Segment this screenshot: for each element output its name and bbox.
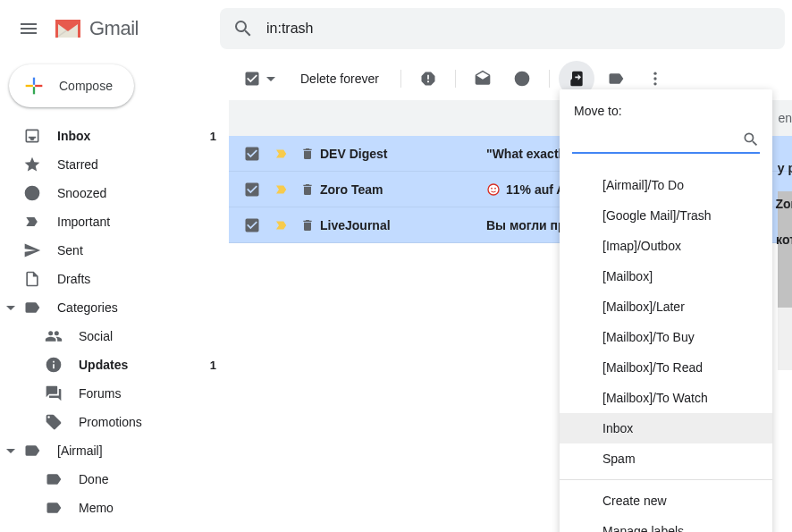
people-icon — [45, 327, 63, 345]
manage-labels-option[interactable]: Manage labels — [560, 516, 772, 532]
info-icon — [45, 356, 63, 374]
label-icon — [45, 470, 63, 488]
chevron-down-icon — [4, 300, 18, 315]
label-icon — [23, 299, 41, 317]
importance-marker[interactable] — [274, 146, 291, 162]
hamburger-icon — [18, 18, 39, 39]
sidebar-item-label: Starred — [57, 157, 216, 172]
move-option[interactable]: [Mailbox] — [560, 261, 772, 291]
star-icon — [23, 156, 41, 173]
row-checkbox[interactable] — [243, 216, 261, 234]
compose-label: Compose — [59, 79, 113, 93]
report-spam-button[interactable] — [410, 61, 446, 97]
row-checkbox[interactable] — [243, 145, 261, 163]
sidebar-item-label: Done — [79, 472, 216, 486]
forum-icon — [45, 384, 63, 402]
send-icon — [23, 241, 41, 259]
search-input[interactable] — [266, 21, 772, 37]
sidebar-item-label: Sent — [57, 243, 216, 258]
sidebar-item-drafts[interactable]: Drafts — [0, 265, 229, 293]
badge-icon — [486, 182, 501, 197]
move-option[interactable]: [Mailbox]/Later — [560, 291, 772, 322]
tag-icon — [45, 413, 63, 431]
trash-indicator — [300, 182, 315, 197]
sidebar-item-social[interactable]: Social — [0, 322, 229, 350]
important-icon — [274, 146, 290, 162]
sidebar-item-forums[interactable]: Forums — [0, 379, 229, 408]
search-bar[interactable] — [220, 8, 785, 49]
sidebar-item-starred[interactable]: Starred — [0, 150, 229, 179]
separator — [549, 70, 550, 88]
popover-search-input[interactable] — [572, 132, 742, 147]
popover-search[interactable] — [572, 127, 760, 154]
main-menu-button[interactable] — [7, 7, 50, 50]
row-sender: DEV Digest — [320, 147, 486, 161]
delete-forever-button[interactable]: Delete forever — [288, 72, 392, 86]
row-sender: Zoro Team — [320, 182, 486, 197]
header: Gmail — [0, 0, 792, 57]
drafts-icon — [474, 70, 492, 88]
move-option[interactable]: [Mailbox]/To Buy — [560, 322, 772, 352]
row-sender: LiveJournal — [320, 218, 486, 232]
main: Compose Inbox1StarredSnoozedImportantSen… — [0, 57, 792, 532]
svg-point-5 — [494, 187, 496, 189]
sidebar-item-label: [Airmail] — [57, 443, 216, 458]
select-dropdown[interactable] — [265, 77, 277, 81]
sidebar-item-important[interactable]: Important — [0, 207, 229, 236]
trash-icon — [300, 147, 315, 161]
logo[interactable]: Gmail — [50, 17, 211, 40]
content: Delete forever DEV Digest"What exactlZor… — [229, 57, 792, 532]
sidebar-item-snoozed[interactable]: Snoozed — [0, 179, 229, 207]
sidebar-item-count: 1 — [210, 359, 216, 372]
important-icon — [23, 213, 41, 231]
sidebar-item-categories[interactable]: Categories — [0, 293, 229, 322]
sidebar-item-inbox[interactable]: Inbox1 — [0, 122, 229, 150]
sidebar-item-count: 1 — [210, 130, 216, 143]
svg-point-4 — [491, 187, 493, 189]
select-all-checkbox[interactable] — [243, 70, 261, 88]
move-option[interactable]: [Mailbox]/To Read — [560, 352, 772, 383]
caret-down-icon — [266, 77, 275, 81]
move-option[interactable]: [Imap]/Outbox — [560, 231, 772, 261]
move-option[interactable]: [Mailbox]/To Watch — [560, 383, 772, 413]
checkbox-checked-icon — [243, 70, 261, 88]
move-option[interactable]: Spam — [560, 443, 772, 474]
svg-point-2 — [653, 82, 656, 85]
snooze-button[interactable] — [504, 61, 540, 97]
separator — [455, 70, 456, 88]
svg-point-3 — [488, 184, 499, 195]
row-checkbox[interactable] — [243, 181, 261, 198]
sidebar-item-label: Updates — [79, 358, 210, 372]
move-to-popover: Move to: [Airmail]/To Do[Google Mail]/Tr… — [560, 89, 772, 532]
sidebar-item-updates[interactable]: Updates1 — [0, 350, 229, 379]
importance-marker[interactable] — [274, 217, 291, 233]
trash-indicator — [300, 218, 315, 232]
sidebar-item-done[interactable]: Done — [0, 465, 229, 494]
compose-button[interactable]: Compose — [9, 64, 134, 107]
label-icon — [607, 70, 625, 88]
sidebar-item-label: Drafts — [57, 272, 216, 286]
more-vert-icon — [646, 70, 664, 88]
importance-marker[interactable] — [274, 182, 291, 198]
popover-title: Move to: — [560, 89, 772, 127]
sidebar-item-label: Promotions — [79, 415, 216, 429]
row-clip-1: Zor — [775, 197, 792, 211]
move-option[interactable]: [Airmail]/To Do — [560, 170, 772, 200]
svg-point-1 — [653, 77, 656, 80]
move-option[interactable]: [Google Mail]/Trash — [560, 200, 772, 231]
sidebar-item--airmail-[interactable]: [Airmail] — [0, 436, 229, 465]
sidebar-item-memo[interactable]: Memo — [0, 494, 229, 522]
sidebar-item-label: Memo — [79, 501, 216, 515]
important-icon — [274, 182, 290, 198]
create-new-option[interactable]: Create new — [560, 486, 772, 516]
sidebar-item-sent[interactable]: Sent — [0, 236, 229, 265]
sidebar-item-promotions[interactable]: Promotions — [0, 408, 229, 436]
banner-text-clip: en — [778, 111, 792, 125]
mark-read-button[interactable] — [465, 61, 501, 97]
sidebar-item-label: Categories — [57, 300, 216, 315]
gmail-icon — [54, 18, 82, 39]
trash-icon — [300, 182, 315, 197]
trash-indicator — [300, 147, 315, 161]
row-clip-2: кот — [776, 232, 792, 247]
move-option[interactable]: Inbox — [560, 413, 772, 443]
